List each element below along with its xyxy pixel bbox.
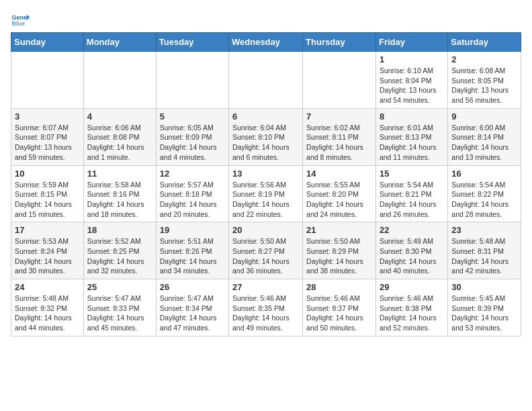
calendar-cell [229,52,303,109]
day-number: 28 [306,282,372,292]
day-number: 25 [87,282,152,292]
calendar-cell: 29Sunrise: 5:46 AMSunset: 8:38 PMDayligh… [375,279,447,336]
day-info: Sunrise: 5:46 AMSunset: 8:37 PMDaylight:… [306,293,372,333]
calendar-week-2: 3Sunrise: 6:07 AMSunset: 8:07 PMDaylight… [11,108,521,165]
day-number: 3 [15,111,80,122]
calendar-cell [156,52,228,109]
day-number: 12 [160,169,225,179]
day-number: 20 [232,225,299,235]
calendar-cell: 14Sunrise: 5:55 AMSunset: 8:20 PMDayligh… [303,165,376,222]
day-info: Sunrise: 5:45 AMSunset: 8:39 PMDaylight:… [451,293,517,333]
day-info: Sunrise: 5:56 AMSunset: 8:19 PMDaylight:… [232,180,299,220]
day-number: 5 [160,111,225,122]
calendar-cell: 16Sunrise: 5:54 AMSunset: 8:22 PMDayligh… [448,165,521,222]
calendar-cell: 20Sunrise: 5:50 AMSunset: 8:27 PMDayligh… [229,222,303,279]
weekday-header-row: SundayMondayTuesdayWednesdayThursdayFrid… [11,33,521,52]
page-header: General Blue [11,11,521,32]
calendar-cell: 26Sunrise: 5:47 AMSunset: 8:34 PMDayligh… [156,279,228,336]
day-info: Sunrise: 5:52 AMSunset: 8:25 PMDaylight:… [87,236,152,276]
calendar-cell [11,52,84,109]
calendar-cell: 24Sunrise: 5:48 AMSunset: 8:32 PMDayligh… [11,279,84,336]
calendar-cell: 18Sunrise: 5:52 AMSunset: 8:25 PMDayligh… [83,222,156,279]
day-number: 13 [232,169,299,179]
calendar-cell: 23Sunrise: 5:48 AMSunset: 8:31 PMDayligh… [448,222,521,279]
day-info: Sunrise: 5:47 AMSunset: 8:34 PMDaylight:… [160,293,225,333]
day-number: 22 [380,225,444,235]
calendar-cell: 21Sunrise: 5:50 AMSunset: 8:29 PMDayligh… [303,222,376,279]
svg-text:Blue: Blue [11,20,25,27]
day-number: 29 [380,282,444,292]
day-info: Sunrise: 5:53 AMSunset: 8:24 PMDaylight:… [15,236,80,276]
weekday-header-friday: Friday [375,33,447,52]
day-number: 19 [160,225,225,235]
calendar-cell: 8Sunrise: 6:01 AMSunset: 8:13 PMDaylight… [375,108,447,165]
day-number: 24 [15,282,80,292]
calendar-week-4: 17Sunrise: 5:53 AMSunset: 8:24 PMDayligh… [11,222,521,279]
calendar-cell: 4Sunrise: 6:06 AMSunset: 8:08 PMDaylight… [83,108,156,165]
weekday-header-thursday: Thursday [303,33,376,52]
day-info: Sunrise: 5:48 AMSunset: 8:32 PMDaylight:… [15,293,80,333]
calendar-cell: 27Sunrise: 5:46 AMSunset: 8:35 PMDayligh… [229,279,303,336]
calendar-cell: 15Sunrise: 5:54 AMSunset: 8:21 PMDayligh… [375,165,447,222]
calendar-week-1: 1Sunrise: 6:10 AMSunset: 8:04 PMDaylight… [11,52,521,109]
weekday-header-sunday: Sunday [11,33,84,52]
day-info: Sunrise: 6:05 AMSunset: 8:09 PMDaylight:… [160,123,225,163]
calendar-week-3: 10Sunrise: 5:59 AMSunset: 8:15 PMDayligh… [11,165,521,222]
day-info: Sunrise: 5:47 AMSunset: 8:33 PMDaylight:… [87,293,152,333]
day-number: 6 [232,111,299,122]
calendar-cell: 1Sunrise: 6:10 AMSunset: 8:04 PMDaylight… [375,52,447,109]
weekday-header-saturday: Saturday [448,33,521,52]
weekday-header-wednesday: Wednesday [229,33,303,52]
weekday-header-tuesday: Tuesday [156,33,228,52]
calendar-cell: 9Sunrise: 6:00 AMSunset: 8:14 PMDaylight… [448,108,521,165]
calendar-cell: 19Sunrise: 5:51 AMSunset: 8:26 PMDayligh… [156,222,228,279]
calendar-cell [303,52,376,109]
day-info: Sunrise: 5:49 AMSunset: 8:30 PMDaylight:… [380,236,444,276]
day-info: Sunrise: 6:04 AMSunset: 8:10 PMDaylight:… [232,123,299,163]
calendar-cell: 5Sunrise: 6:05 AMSunset: 8:09 PMDaylight… [156,108,228,165]
calendar-cell [83,52,156,109]
day-info: Sunrise: 5:51 AMSunset: 8:26 PMDaylight:… [160,236,225,276]
day-info: Sunrise: 5:48 AMSunset: 8:31 PMDaylight:… [451,236,517,276]
day-number: 4 [87,111,152,122]
day-number: 11 [87,169,152,179]
day-number: 26 [160,282,225,292]
day-info: Sunrise: 5:46 AMSunset: 8:35 PMDaylight:… [232,293,299,333]
day-info: Sunrise: 5:55 AMSunset: 8:20 PMDaylight:… [306,180,372,220]
day-info: Sunrise: 6:01 AMSunset: 8:13 PMDaylight:… [380,123,444,163]
calendar-cell: 25Sunrise: 5:47 AMSunset: 8:33 PMDayligh… [83,279,156,336]
day-info: Sunrise: 5:58 AMSunset: 8:16 PMDaylight:… [87,180,152,220]
day-info: Sunrise: 5:54 AMSunset: 8:22 PMDaylight:… [451,180,517,220]
day-number: 10 [15,169,80,179]
day-number: 15 [380,169,444,179]
day-number: 16 [451,169,517,179]
calendar-week-5: 24Sunrise: 5:48 AMSunset: 8:32 PMDayligh… [11,279,521,336]
day-info: Sunrise: 6:02 AMSunset: 8:11 PMDaylight:… [306,123,372,163]
day-info: Sunrise: 5:59 AMSunset: 8:15 PMDaylight:… [15,180,80,220]
calendar-cell: 28Sunrise: 5:46 AMSunset: 8:37 PMDayligh… [303,279,376,336]
calendar-cell: 30Sunrise: 5:45 AMSunset: 8:39 PMDayligh… [448,279,521,336]
day-number: 27 [232,282,299,292]
calendar-cell: 13Sunrise: 5:56 AMSunset: 8:19 PMDayligh… [229,165,303,222]
day-number: 30 [451,282,517,292]
day-number: 21 [306,225,372,235]
day-info: Sunrise: 5:57 AMSunset: 8:18 PMDaylight:… [160,180,225,220]
day-info: Sunrise: 6:08 AMSunset: 8:05 PMDaylight:… [451,66,517,105]
day-number: 9 [451,111,517,122]
day-number: 2 [451,54,517,64]
day-number: 17 [15,225,80,235]
day-number: 8 [380,111,444,122]
calendar-cell: 22Sunrise: 5:49 AMSunset: 8:30 PMDayligh… [375,222,447,279]
day-number: 14 [306,169,372,179]
day-info: Sunrise: 6:07 AMSunset: 8:07 PMDaylight:… [15,123,80,163]
day-info: Sunrise: 6:06 AMSunset: 8:08 PMDaylight:… [87,123,152,163]
calendar-cell: 2Sunrise: 6:08 AMSunset: 8:05 PMDaylight… [448,52,521,109]
day-info: Sunrise: 5:54 AMSunset: 8:21 PMDaylight:… [380,180,444,220]
logo: General Blue [11,11,32,30]
day-number: 7 [306,111,372,122]
weekday-header-monday: Monday [83,33,156,52]
calendar-cell: 17Sunrise: 5:53 AMSunset: 8:24 PMDayligh… [11,222,84,279]
day-info: Sunrise: 5:50 AMSunset: 8:29 PMDaylight:… [306,236,372,276]
day-info: Sunrise: 5:46 AMSunset: 8:38 PMDaylight:… [380,293,444,333]
day-number: 1 [380,54,444,64]
